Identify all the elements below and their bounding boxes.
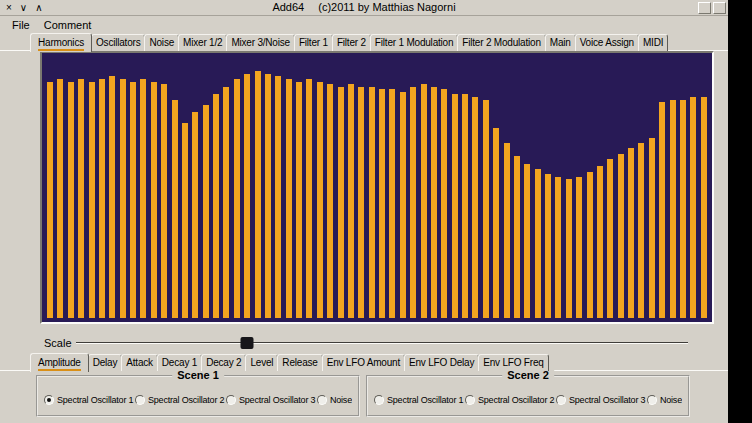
harmonic-bar[interactable] (109, 76, 115, 318)
tab-harmonics[interactable]: Harmonics (30, 33, 92, 52)
harmonic-bar[interactable] (306, 79, 312, 318)
tab-filter-2-modulation[interactable]: Filter 2 Modulation (457, 34, 545, 51)
harmonic-bar[interactable] (296, 82, 302, 318)
menu-file[interactable]: File (5, 18, 37, 32)
harmonic-bar[interactable] (369, 87, 375, 318)
harmonic-bar[interactable] (99, 79, 105, 318)
harmonic-bar[interactable] (213, 94, 219, 318)
harmonic-bar[interactable] (576, 177, 582, 318)
tab-amplitude[interactable]: Amplitude (30, 353, 89, 372)
tab-midi[interactable]: MIDI (638, 34, 668, 51)
harmonic-bar[interactable] (659, 102, 665, 318)
harmonic-bar[interactable] (514, 156, 520, 318)
harmonic-bar[interactable] (140, 79, 146, 318)
harmonic-bar[interactable] (421, 84, 427, 318)
harmonic-bar[interactable] (462, 94, 468, 318)
harmonic-bar[interactable] (493, 128, 499, 318)
harmonic-bar[interactable] (555, 177, 561, 318)
harmonic-bar[interactable] (701, 97, 707, 318)
close-icon[interactable]: × (6, 2, 12, 14)
tab-decay-1[interactable]: Decay 1 (157, 354, 202, 371)
tab-env-lfo-delay[interactable]: Env LFO Delay (404, 354, 479, 371)
harmonic-bar[interactable] (587, 172, 593, 318)
tab-mixer-1-2[interactable]: Mixer 1/2 (178, 34, 227, 51)
tab-env-lfo-freq[interactable]: Env LFO Freq (478, 354, 548, 371)
harmonic-bar[interactable] (68, 82, 74, 318)
radio-spectral-oscillator-3[interactable]: Spectral Oscillator 3 (556, 395, 645, 405)
tab-level[interactable]: Level (245, 354, 278, 371)
radio-spectral-oscillator-2[interactable]: Spectral Oscillator 2 (465, 395, 554, 405)
radio-spectral-oscillator-2[interactable]: Spectral Oscillator 2 (135, 395, 224, 405)
harmonic-bar[interactable] (670, 100, 676, 318)
harmonic-bar[interactable] (483, 100, 489, 318)
expand-icon[interactable]: ∧ (35, 2, 42, 14)
harmonic-bar[interactable] (172, 100, 178, 318)
menu-comment[interactable]: Comment (37, 18, 99, 32)
harmonic-bar[interactable] (472, 97, 478, 318)
scale-slider-handle[interactable] (241, 337, 254, 349)
harmonic-bar[interactable] (431, 87, 437, 318)
tab-decay-2[interactable]: Decay 2 (201, 354, 246, 371)
harmonic-bar[interactable] (192, 112, 198, 318)
harmonic-bar[interactable] (78, 79, 84, 318)
radio-spectral-oscillator-3[interactable]: Spectral Oscillator 3 (226, 395, 315, 405)
harmonic-bar[interactable] (410, 87, 416, 318)
tab-filter-1[interactable]: Filter 1 (294, 34, 333, 51)
harmonic-bar[interactable] (649, 138, 655, 318)
harmonic-bar[interactable] (130, 82, 136, 318)
harmonic-bar[interactable] (389, 89, 395, 318)
radio-noise[interactable]: Noise (647, 395, 682, 405)
harmonic-bar[interactable] (244, 74, 250, 318)
harmonic-bar[interactable] (441, 89, 447, 318)
tab-oscillators[interactable]: Oscillators (91, 34, 145, 51)
harmonic-bar[interactable] (275, 76, 281, 318)
harmonic-bar[interactable] (151, 82, 157, 318)
harmonic-bar[interactable] (379, 89, 385, 318)
harmonic-bar[interactable] (618, 154, 624, 318)
harmonic-bar[interactable] (607, 159, 613, 318)
minimize-button[interactable] (698, 2, 711, 14)
harmonic-bar[interactable] (597, 166, 603, 318)
harmonic-bar[interactable] (89, 82, 95, 318)
shade-icon[interactable]: ∨ (20, 2, 27, 14)
harmonic-bar[interactable] (680, 100, 686, 318)
harmonic-bar[interactable] (234, 79, 240, 318)
harmonic-bar[interactable] (358, 87, 364, 318)
harmonic-bar[interactable] (265, 74, 271, 318)
titlebar[interactable]: × ∨ ∧ Add64 (c)2011 by Matthias Nagorni (0, 0, 728, 16)
harmonic-bar[interactable] (545, 174, 551, 318)
tab-release[interactable]: Release (277, 354, 322, 371)
harmonics-display[interactable] (42, 53, 712, 322)
harmonic-bar[interactable] (524, 164, 530, 318)
harmonic-bar[interactable] (286, 79, 292, 318)
harmonic-bar[interactable] (317, 82, 323, 318)
harmonic-bar[interactable] (255, 71, 261, 318)
harmonic-bar[interactable] (690, 97, 696, 318)
harmonic-bar[interactable] (504, 143, 510, 318)
scale-slider-track[interactable] (76, 342, 688, 344)
tab-noise[interactable]: Noise (144, 34, 179, 51)
harmonic-bar[interactable] (628, 148, 634, 318)
tab-attack[interactable]: Attack (121, 354, 158, 371)
tab-delay[interactable]: Delay (88, 354, 123, 371)
harmonic-bar[interactable] (566, 179, 572, 318)
harmonic-bar[interactable] (327, 84, 333, 318)
tab-filter-2[interactable]: Filter 2 (332, 34, 371, 51)
scale-slider[interactable] (76, 334, 688, 352)
harmonic-bar[interactable] (338, 87, 344, 318)
maximize-button[interactable] (713, 2, 726, 14)
harmonic-bar[interactable] (638, 143, 644, 318)
radio-spectral-oscillator-1[interactable]: Spectral Oscillator 1 (374, 395, 463, 405)
tab-filter-1-modulation[interactable]: Filter 1 Modulation (370, 34, 458, 51)
harmonic-bar[interactable] (535, 169, 541, 318)
tab-env-lfo-amount[interactable]: Env LFO Amount (322, 354, 405, 371)
harmonic-bar[interactable] (57, 79, 63, 318)
harmonic-bar[interactable] (47, 82, 53, 318)
tab-main[interactable]: Main (545, 34, 576, 51)
harmonic-bar[interactable] (348, 84, 354, 318)
radio-spectral-oscillator-1[interactable]: Spectral Oscillator 1 (44, 395, 133, 405)
harmonic-bar[interactable] (203, 105, 209, 318)
tab-mixer-3-noise[interactable]: Mixer 3/Noise (226, 34, 295, 51)
radio-noise[interactable]: Noise (317, 395, 352, 405)
harmonic-bar[interactable] (452, 94, 458, 318)
